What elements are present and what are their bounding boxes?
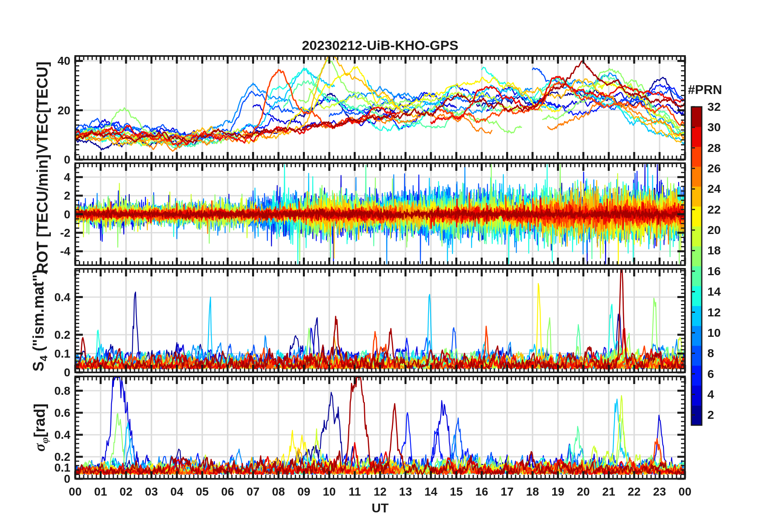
y-tick-label-vtec-20: 20	[30, 104, 70, 117]
colorbar-tick-label-4: 4	[707, 388, 739, 401]
colorbar-tick-label-8: 8	[707, 346, 739, 360]
colorbar-tick-label-6: 6	[707, 367, 739, 381]
y-tick-label-s4-0.4: 0.4	[30, 290, 70, 304]
y-tick-label-rot--2: -2	[30, 226, 70, 240]
colorbar-tick-label-30: 30	[707, 120, 739, 134]
x-axis-label: UT	[372, 501, 389, 516]
y-tick-label-rot-0: 0	[30, 208, 70, 221]
plot-canvas	[0, 0, 761, 532]
y-tick-label-rot-4: 4	[30, 170, 70, 184]
gps-scintillation-figure: 20230212-UiB-KHO-GPS VTEC[TECU] ROT [TEC…	[0, 0, 761, 532]
y-tick-label-rot-2: 2	[30, 189, 70, 202]
y-tick-label-s4-0.2: 0.2	[30, 328, 70, 342]
y-tick-label-s4-0: 0	[30, 366, 70, 379]
colorbar-tick-label-24: 24	[707, 182, 739, 196]
colorbar-tick-label-10: 10	[707, 326, 739, 340]
colorbar-tick-label-32: 32	[707, 100, 739, 114]
y-tick-label-sigma_phi-0.6: 0.6	[30, 406, 70, 420]
y-tick-label-vtec-0: 0	[30, 153, 70, 166]
s4-axis-label-post: ("ism.mat")	[30, 269, 47, 356]
colorbar-tick-label-22: 22	[707, 203, 739, 216]
y-tick-label-sigma_phi-0.2: 0.2	[30, 450, 70, 464]
colorbar-tick-label-12: 12	[707, 306, 739, 319]
colorbar-tick-label-20: 20	[707, 223, 739, 237]
colorbar-tick-label-28: 28	[707, 141, 739, 155]
colorbar-tick-label-16: 16	[707, 264, 739, 278]
colorbar-tick-label-26: 26	[707, 162, 739, 175]
y-tick-label-vtec-40: 40	[30, 54, 70, 68]
y-tick-label-sigma_phi-0.8: 0.8	[30, 384, 70, 398]
y-tick-label-sigma_phi-0.4: 0.4	[30, 428, 70, 442]
y-tick-label-rot--4: -4	[30, 244, 70, 258]
colorbar-tick-label-14: 14	[707, 285, 739, 298]
y-tick-label-s4-0.1: 0.1	[30, 347, 70, 360]
colorbar-title: #PRN	[688, 82, 722, 97]
chart-title: 20230212-UiB-KHO-GPS	[302, 38, 458, 53]
x-tick-label-24: 00	[669, 485, 701, 498]
colorbar-tick-label-2: 2	[707, 408, 739, 422]
colorbar-tick-label-18: 18	[707, 244, 739, 257]
